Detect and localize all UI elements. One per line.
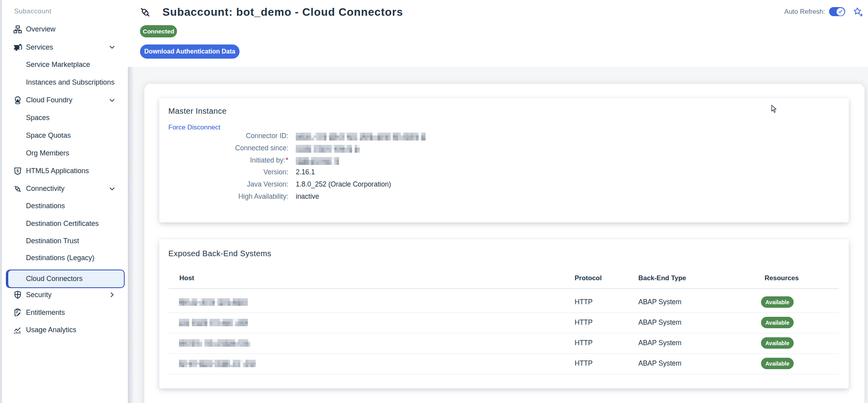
svg-text:5: 5: [17, 168, 19, 173]
